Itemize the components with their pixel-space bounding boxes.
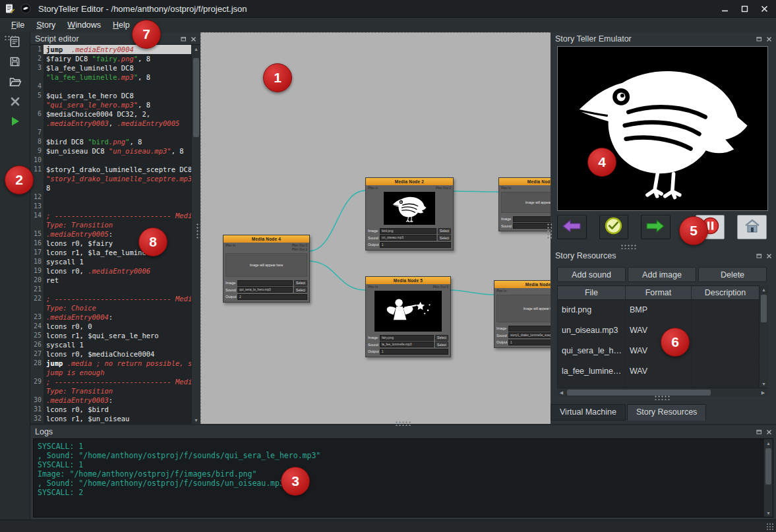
editor-line[interactable]: Type: Choice bbox=[30, 303, 191, 312]
port-out[interactable]: Plim Out 1 bbox=[292, 247, 307, 251]
editor-line[interactable]: 24lcons r0, 0 bbox=[30, 322, 191, 331]
node-field-value[interactable]: 1 bbox=[380, 242, 451, 248]
editor-line[interactable]: 26syscall 1 bbox=[30, 340, 191, 349]
editor-line[interactable]: "story1_drako_luminelle_sceptre.mp3", bbox=[30, 174, 191, 183]
minimize-button[interactable] bbox=[719, 4, 730, 13]
port-out[interactable]: Plim Out 0 bbox=[436, 186, 451, 190]
media-node[interactable]: Media Node 4Plim InPlim Out 0Plim Out 1I… bbox=[223, 235, 310, 303]
media-node[interactable]: Media Node 6Plim InImage will appear her… bbox=[498, 177, 551, 231]
editor-line[interactable]: 23.mediaEntry0004: bbox=[30, 312, 191, 322]
node-field-value[interactable]: 1 bbox=[508, 340, 551, 345]
port-in[interactable]: Plim In bbox=[496, 289, 506, 293]
open-button[interactable] bbox=[5, 74, 26, 92]
editor-line[interactable]: 21 bbox=[30, 285, 191, 294]
column-header-format[interactable]: Format bbox=[626, 286, 692, 299]
editor-line[interactable]: Type: Transition bbox=[30, 220, 191, 229]
menu-file[interactable]: File bbox=[5, 19, 30, 31]
add-sound-button[interactable]: Add sound bbox=[557, 267, 626, 282]
editor-line[interactable]: 8$bird DC8 "bird.png", 8 bbox=[30, 137, 191, 146]
node-field-value[interactable]: un_oiseau.mp3 bbox=[380, 235, 436, 241]
table-row[interactable]: qui_sera_le_h…WAV bbox=[558, 341, 760, 361]
select-button[interactable]: Select bbox=[294, 287, 307, 293]
close-panel-icon[interactable] bbox=[766, 36, 772, 42]
float-panel-icon[interactable] bbox=[756, 429, 762, 435]
editor-line[interactable]: 28jump .media ; no return possible, so a bbox=[30, 359, 191, 368]
select-button[interactable]: Select bbox=[435, 341, 448, 347]
menu-story[interactable]: Story bbox=[30, 19, 61, 31]
scroll-down-icon[interactable]: ▼ bbox=[760, 380, 768, 388]
editor-line[interactable]: 16lcons r0, $fairy bbox=[30, 239, 191, 248]
editor-line[interactable]: 8 bbox=[30, 183, 191, 192]
node-field-value[interactable] bbox=[508, 326, 551, 332]
close-project-button[interactable] bbox=[5, 94, 26, 111]
save-button[interactable] bbox=[5, 54, 26, 72]
close-panel-icon[interactable] bbox=[766, 429, 772, 435]
port-in[interactable]: Plim In bbox=[501, 186, 511, 190]
editor-line[interactable]: 6$mediaChoice0004 DC32, 2, bbox=[30, 109, 191, 119]
column-header-file[interactable]: File bbox=[558, 286, 626, 299]
add-image-button[interactable]: Add image bbox=[628, 267, 696, 282]
scroll-left-icon[interactable]: ◀ bbox=[557, 388, 566, 397]
scroll-down-icon[interactable]: ▼ bbox=[192, 416, 200, 424]
logs-scrollbar[interactable]: ▲ ▼ bbox=[763, 439, 773, 517]
editor-line[interactable]: 14; ---------------------------- Media n… bbox=[30, 211, 191, 220]
table-row[interactable]: un_oiseau.mp3WAV bbox=[558, 320, 760, 341]
log-console[interactable]: SYSCALL: 1, Sound: "/home/anthony/ostpro… bbox=[33, 438, 773, 517]
editor-line[interactable]: "qui_sera_le_hero.mp3", 8 bbox=[30, 100, 191, 109]
script-editor[interactable]: 1jump .mediaEntry00042$fairy DC8 "fairy.… bbox=[30, 44, 200, 424]
node-field-value[interactable]: fairy.png bbox=[380, 335, 434, 341]
splitter-handle[interactable] bbox=[395, 421, 411, 426]
editor-line[interactable]: 7 bbox=[30, 128, 191, 137]
float-panel-icon[interactable] bbox=[180, 36, 187, 42]
node-field-value[interactable] bbox=[513, 223, 551, 229]
scroll-up-icon[interactable]: ▲ bbox=[764, 439, 773, 447]
editor-line[interactable]: 20ret bbox=[30, 276, 191, 285]
select-button[interactable]: Select bbox=[438, 228, 451, 234]
node-field-value[interactable]: 2 bbox=[237, 294, 307, 300]
editor-line[interactable]: 32lcons r1, $un_oiseau bbox=[30, 414, 191, 423]
port-out[interactable]: Plim Out 0 bbox=[433, 285, 448, 289]
editor-line[interactable]: 22; ---------------------------- Media n… bbox=[30, 294, 191, 303]
close-button[interactable] bbox=[759, 4, 769, 13]
node-graph-canvas[interactable]: Media Node 4Plim InPlim Out 0Plim Out 1I… bbox=[200, 32, 551, 424]
node-field-value[interactable]: qui_sera_le_hero.mp3 bbox=[237, 287, 293, 293]
editor-line[interactable]: Type: Transition bbox=[30, 386, 191, 396]
emulator-pause-button[interactable] bbox=[696, 215, 725, 239]
node-title-bar[interactable]: Media Node 5 bbox=[366, 277, 450, 284]
node-field-value[interactable]: story1_drako_luminelle_sceptre.mp3 bbox=[508, 332, 551, 338]
splitter-handle[interactable] bbox=[654, 395, 670, 400]
editor-line[interactable]: 2$fairy DC8 "fairy.png", 8 bbox=[30, 54, 191, 63]
float-panel-icon[interactable] bbox=[756, 36, 762, 42]
node-field-value[interactable] bbox=[237, 280, 293, 286]
media-node[interactable]: Media Node 2Plim InPlim Out 0Imagebird.p… bbox=[365, 177, 454, 251]
toolbar-drag-handle[interactable] bbox=[4, 35, 18, 40]
port-in[interactable]: Plim In bbox=[368, 186, 378, 190]
tab-virtual-machine[interactable]: Virtual Machine bbox=[551, 404, 626, 421]
editor-line[interactable]: 13 bbox=[30, 202, 191, 211]
maximize-button[interactable] bbox=[739, 4, 750, 13]
editor-line[interactable]: 17lcons r1, $la_fee_luminelle bbox=[30, 248, 191, 257]
editor-line[interactable]: 4 bbox=[30, 82, 191, 91]
editor-line[interactable]: 29; ---------------------------- Media n… bbox=[30, 377, 191, 386]
select-button[interactable]: Select bbox=[435, 335, 448, 341]
editor-line[interactable]: 19lcons r0, .mediaEntry0006 bbox=[30, 266, 191, 276]
table-row[interactable]: bird.pngBMP bbox=[558, 300, 760, 320]
select-button[interactable]: Select bbox=[294, 280, 307, 286]
editor-line[interactable]: .mediaEntry0003, .mediaEntry0005 bbox=[30, 119, 191, 128]
float-panel-icon[interactable] bbox=[756, 252, 762, 259]
emulator-back-button[interactable] bbox=[557, 215, 587, 239]
scroll-right-icon[interactable]: ▶ bbox=[759, 388, 767, 397]
tab-story-resources[interactable]: Story Resources bbox=[627, 404, 706, 421]
splitter-handle[interactable] bbox=[620, 244, 636, 249]
emulator-next-button[interactable] bbox=[641, 215, 671, 239]
editor-line[interactable]: 18syscall 1 bbox=[30, 257, 191, 266]
node-field-value[interactable]: bird.png bbox=[380, 228, 436, 234]
menu-windows[interactable]: Windows bbox=[61, 19, 107, 31]
editor-line[interactable]: "la_fee_luminelle.mp3", 8 bbox=[30, 73, 191, 82]
node-title-bar[interactable]: Media Node 2 bbox=[366, 178, 453, 185]
node-field-value[interactable] bbox=[513, 216, 551, 222]
scroll-down-icon[interactable]: ▼ bbox=[764, 509, 773, 517]
editor-line[interactable]: 15.mediaEntry0005: bbox=[30, 229, 191, 239]
emulator-ok-button[interactable] bbox=[599, 215, 629, 239]
editor-line[interactable]: 27lcons r0, $mediaChoice0004 bbox=[30, 349, 191, 359]
